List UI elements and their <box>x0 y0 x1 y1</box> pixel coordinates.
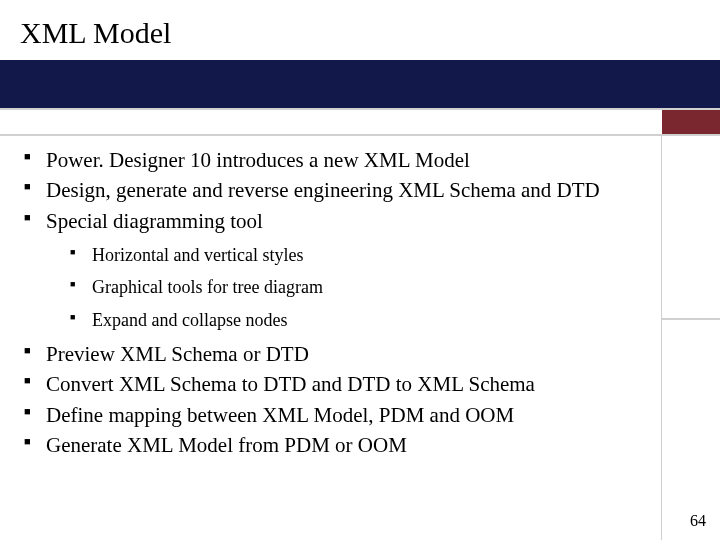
bullet-text: Define mapping between XML Model, PDM an… <box>46 403 514 427</box>
right-vertical-divider <box>661 136 662 540</box>
bullet-item: Preview XML Schema or DTD <box>22 340 652 368</box>
accent-maroon-block <box>662 110 720 134</box>
bullet-text: Design, generate and reverse engineering… <box>46 178 600 202</box>
divider-top <box>0 108 720 110</box>
sub-bullet-item: Graphical tools for tree diagram <box>70 275 652 299</box>
bullet-item: Define mapping between XML Model, PDM an… <box>22 401 652 429</box>
bullet-list: Power. Designer 10 introduces a new XML … <box>22 146 652 459</box>
bullet-item: Design, generate and reverse engineering… <box>22 176 652 204</box>
bullet-text: Preview XML Schema or DTD <box>46 342 309 366</box>
bullet-item: Power. Designer 10 introduces a new XML … <box>22 146 652 174</box>
header-navy-band <box>0 60 720 108</box>
right-mid-divider <box>662 318 720 320</box>
bullet-text: Generate XML Model from PDM or OOM <box>46 433 407 457</box>
page-number: 64 <box>690 512 706 530</box>
slide-body: Power. Designer 10 introduces a new XML … <box>22 146 652 461</box>
slide-title: XML Model <box>20 16 171 50</box>
bullet-text: Power. Designer 10 introduces a new XML … <box>46 148 470 172</box>
bullet-text: Convert XML Schema to DTD and DTD to XML… <box>46 372 535 396</box>
sub-bullet-item: Horizontal and vertical styles <box>70 243 652 267</box>
sub-bullet-text: Horizontal and vertical styles <box>92 245 303 265</box>
bullet-item: Special diagramming tool Horizontal and … <box>22 207 652 332</box>
bullet-item: Generate XML Model from PDM or OOM <box>22 431 652 459</box>
bullet-text: Special diagramming tool <box>46 209 263 233</box>
sub-bullet-text: Graphical tools for tree diagram <box>92 277 323 297</box>
divider-mid <box>0 134 720 136</box>
sub-bullet-item: Expand and collapse nodes <box>70 308 652 332</box>
sub-bullet-list: Horizontal and vertical styles Graphical… <box>70 243 652 332</box>
slide-header: XML Model <box>0 0 720 108</box>
sub-bullet-text: Expand and collapse nodes <box>92 310 287 330</box>
bullet-item: Convert XML Schema to DTD and DTD to XML… <box>22 370 652 398</box>
